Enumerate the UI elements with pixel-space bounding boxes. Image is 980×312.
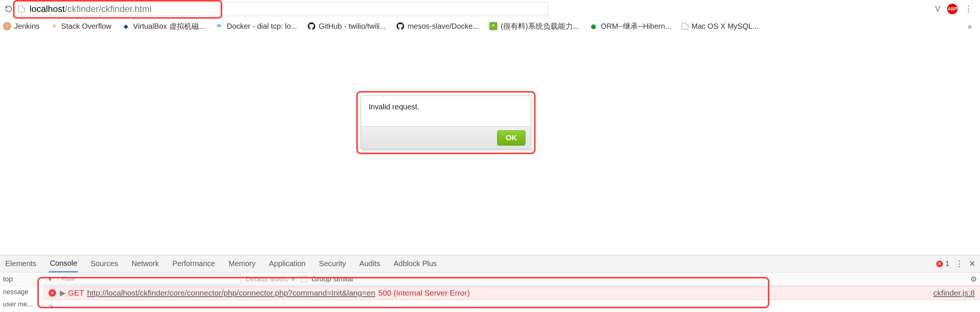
virtualbox-icon: ◆: [122, 22, 130, 30]
page-icon: [18, 6, 25, 12]
ok-button[interactable]: OK: [497, 130, 525, 146]
bookmark-jenkins[interactable]: Jenkins: [3, 22, 40, 31]
devtools-menu-button[interactable]: ⋮: [955, 259, 963, 269]
bookmark-orm[interactable]: ◉ORM--继承--Hibern...: [589, 21, 671, 31]
bookmark-github-twilio[interactable]: GitHub - twilio/twili...: [307, 22, 386, 31]
tab-memory[interactable]: Memory: [228, 256, 256, 272]
error-source-link[interactable]: ckfinder.js:8: [933, 288, 975, 298]
error-count-badge[interactable]: ✕1: [936, 260, 950, 268]
bookmark-virtualbox[interactable]: ◆VirtualBox 虚拟机磁...: [122, 21, 205, 31]
tab-application[interactable]: Application: [268, 256, 306, 272]
svg-rect-3: [220, 25, 221, 27]
tab-adblock[interactable]: Adblock Plus: [393, 256, 438, 272]
bookmark-wechat[interactable]: ❝(很有料)系统负载能力...: [489, 21, 579, 31]
address-bar[interactable]: localhost/ckfinder/ckfinder.html: [14, 2, 548, 16]
chevron-down-icon: ▼: [290, 275, 296, 283]
github-icon: [396, 22, 404, 30]
error-icon: ✕: [49, 289, 56, 297]
group-similar-label: Group similar: [312, 275, 354, 283]
reload-button[interactable]: [3, 3, 14, 14]
error-icon: ✕: [936, 260, 943, 267]
devtools-close-button[interactable]: ✕: [969, 259, 975, 269]
tab-console[interactable]: Console: [49, 255, 78, 272]
expand-icon[interactable]: ▶: [60, 288, 66, 298]
console-prompt[interactable]: >: [43, 300, 980, 312]
jenkins-icon: [3, 22, 11, 30]
log-levels-selector[interactable]: Default levels▼: [245, 275, 296, 283]
stackoverflow-icon: ≡: [50, 22, 58, 30]
tab-audits[interactable]: Audits: [358, 256, 381, 272]
tab-network[interactable]: Network: [131, 256, 159, 272]
page-content: Invalid request. OK: [0, 34, 980, 206]
modal-dialog: Invalid request. OK: [361, 95, 531, 150]
devtools-panel: Elements Console Sources Network Perform…: [0, 255, 980, 312]
sidebar-item[interactable]: nessage: [0, 286, 42, 298]
chevron-down-icon: ▼: [46, 275, 53, 283]
orm-icon: ◉: [589, 22, 598, 30]
tab-security[interactable]: Security: [318, 256, 347, 272]
tab-sources[interactable]: Sources: [90, 256, 119, 272]
svg-rect-2: [218, 24, 220, 25]
extension-vimium-icon[interactable]: V: [935, 4, 940, 14]
bookmark-mesos[interactable]: mesos-slave/Docke...: [396, 22, 479, 31]
bookmarks-overflow[interactable]: »: [968, 22, 977, 31]
dialog-message: Invalid request.: [361, 96, 531, 126]
svg-rect-1: [218, 25, 220, 27]
svg-rect-0: [217, 25, 218, 27]
page-icon: [682, 23, 688, 30]
tab-elements[interactable]: Elements: [5, 256, 37, 272]
extension-abp-icon[interactable]: ABP: [947, 4, 958, 14]
sidebar-item[interactable]: user me...: [0, 298, 42, 310]
http-verb: GET: [68, 288, 84, 298]
github-icon: [307, 22, 316, 30]
error-url[interactable]: http://localhost/ckfinder/core/connector…: [87, 288, 375, 298]
console-error-row[interactable]: ✕ ▶ GET http://localhost/ckfinder/core/c…: [43, 286, 980, 300]
console-sidebar: nessage user me...: [0, 286, 43, 312]
console-body: nessage user me... ✕ ▶ GET http://localh…: [0, 286, 980, 312]
bookmark-docker[interactable]: Docker - dial tcp: lo...: [215, 22, 297, 31]
bookmark-mysql[interactable]: Mac OS X MySQL...: [682, 22, 759, 31]
context-selector[interactable]: top▼: [3, 275, 53, 283]
group-similar-checkbox[interactable]: [301, 276, 307, 282]
filter-input[interactable]: Filter: [58, 274, 241, 284]
annotation-highlight: Invalid request. OK: [356, 91, 536, 154]
docker-icon: [215, 22, 224, 30]
devtools-tabs: Elements Console Sources Network Perform…: [0, 255, 980, 272]
browser-menu-button[interactable]: ⋮: [964, 4, 972, 14]
bookmarks-bar: Jenkins ≡Stack Overflow ◆VirtualBox 虚拟机磁…: [0, 18, 980, 34]
console-toolbar: top▼ Filter Default levels▼ Group simila…: [0, 272, 980, 286]
error-status: 500 (Internal Server Error): [378, 288, 470, 298]
tab-performance[interactable]: Performance: [172, 256, 216, 272]
wechat-icon: ❝: [489, 22, 498, 30]
console-settings-button[interactable]: ⚙: [970, 275, 977, 283]
url-text: localhost/ckfinder/ckfinder.html: [30, 4, 152, 14]
bookmark-stackoverflow[interactable]: ≡Stack Overflow: [50, 22, 111, 31]
